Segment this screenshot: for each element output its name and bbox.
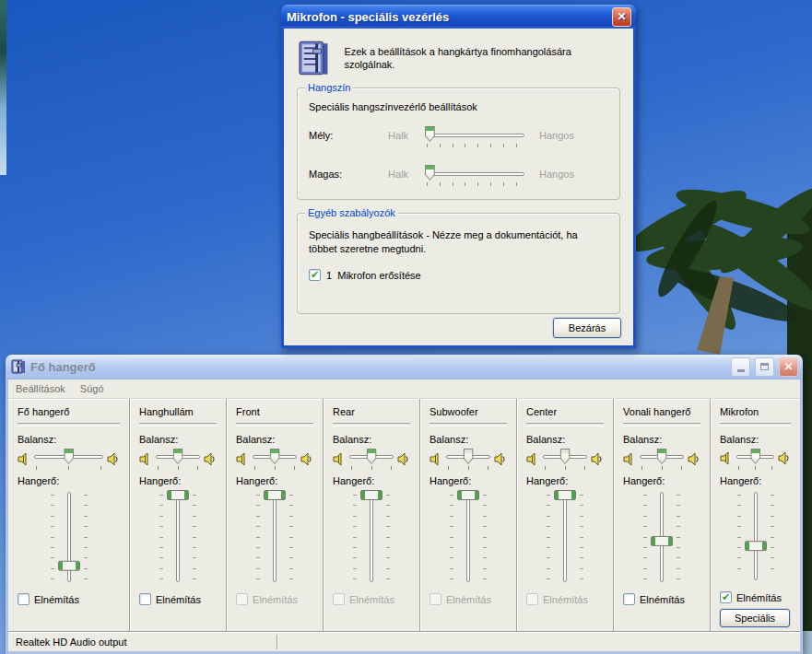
balance-thumb[interactable] [173,449,183,464]
treble-slider[interactable] [423,164,526,186]
mute-checkbox[interactable] [333,593,345,605]
close-dialog-button[interactable]: Bezárás [553,318,621,338]
mixer-titlebar[interactable]: Fő hangerő ✕ [6,355,803,380]
volume-slider[interactable] [346,490,397,584]
volume-track [273,492,277,582]
volume-slider[interactable] [249,490,300,584]
balance-ticks [641,466,682,470]
speaker-quiet-icon [720,451,733,465]
bass-slider[interactable] [423,125,526,147]
volume-thumb[interactable] [360,490,382,500]
channel-area: Fő hangerő Balansz: Hangerő: [8,399,800,631]
volume-slider[interactable] [730,490,782,582]
mute-checkbox[interactable] [18,593,29,605]
balance-ticks [158,466,198,470]
close-icon[interactable]: ✕ [612,7,631,27]
volume-label: Hangerő: [139,475,217,486]
balance-thumb[interactable] [464,449,474,464]
volume-slider[interactable] [152,490,204,584]
channel-column: Front Balansz: Hangerő: [226,399,323,631]
mute-checkbox[interactable] [526,593,538,605]
balance-slider[interactable] [347,448,395,470]
balance-thumb[interactable] [560,449,571,464]
volume-label: Hangerő: [720,475,791,486]
channel-column: Fő hangerő Balansz: Hangerő: [8,399,129,631]
dialog-titlebar[interactable]: Mikrofon - speciális vezérlés ✕ [281,5,636,29]
speaker-quiet-icon [18,452,30,466]
statusbar-text: Realtek HD Audio output [16,636,126,648]
volume-thumb[interactable] [745,541,767,551]
volume-track [754,492,758,580]
speaker-loud-icon [204,452,217,466]
channel-title: Subwoofer [430,406,507,419]
volume-slider[interactable] [442,490,494,584]
channel-title-divider [720,423,791,426]
balance-slider[interactable] [735,448,776,470]
tone-groupbox: Hangszín Speciális hangszínvezérlő beáll… [297,88,620,200]
balance-thumb[interactable] [750,449,760,464]
balance-slider[interactable] [154,448,202,470]
advanced-button[interactable]: Speciális [720,609,790,627]
minimize-icon[interactable] [731,357,750,377]
channel-column: Hanghullám Balansz: Hangerő: [129,399,226,631]
maximize-icon[interactable] [755,357,774,377]
balance-label: Balansz: [236,434,313,445]
volume-thumb[interactable] [457,490,479,500]
balance-slider[interactable] [541,448,589,470]
volume-slider[interactable] [539,490,591,584]
volume-thumb[interactable] [264,490,286,500]
mute-checkbox[interactable] [236,593,248,605]
mute-row: Elnémítás [623,593,700,605]
channel-title-divider [333,423,410,426]
volume-thumb[interactable] [651,536,673,546]
mixer-dialog-icon [297,38,331,78]
balance-slider[interactable] [444,448,492,470]
speaker-quiet-icon [430,452,442,466]
channel-title-divider [18,423,120,426]
balance-thumb[interactable] [270,449,280,464]
mute-checkbox[interactable] [623,593,635,605]
channel-title-divider [139,423,217,426]
volume-ticks-left [159,495,163,579]
channel-title: Vonali hangerő [623,406,700,419]
balance-slider[interactable] [251,448,299,470]
close-icon[interactable]: ✕ [779,357,798,377]
mute-checkbox[interactable] [720,591,732,603]
mute-checkbox[interactable] [430,593,441,605]
other-group-text: Speciális hangbeállítások - Nézze meg a … [309,228,608,256]
volume-ticks-left [51,495,54,579]
menu-item-help[interactable]: Súgó [80,383,104,394]
volume-slider[interactable] [636,490,688,584]
menu-item-settings[interactable]: Beállítások [16,383,65,394]
bass-slider-track [425,134,524,137]
channel-title-divider [623,423,700,426]
volume-thumb[interactable] [58,560,80,570]
volume-slider[interactable] [43,490,95,584]
volume-thumb[interactable] [167,490,189,500]
mute-row: Elnémítás [526,593,604,605]
mic-boost-checkbox[interactable] [309,269,321,281]
volume-track [466,492,470,582]
volume-thumb[interactable] [554,490,576,500]
channel-title: Mikrofon [720,406,791,419]
mute-label: Elnémítás [543,594,588,605]
balance-thumb[interactable] [64,449,74,464]
channel-title: Rear [333,406,410,419]
volume-track [370,492,373,582]
balance-ticks [351,466,392,470]
volume-ticks-left [737,495,741,578]
bass-quiet-label: Halk [388,130,423,141]
balance-slider[interactable] [32,448,105,470]
balance-thumb[interactable] [657,449,667,464]
mute-checkbox[interactable] [139,593,151,605]
balance-slider[interactable] [638,448,686,470]
bass-slider-ticks [427,144,523,147]
balance-label: Balansz: [526,434,604,445]
tone-group-subtitle: Speciális hangszínvezérlő beállítások [309,101,608,112]
tone-thumb[interactable] [425,126,435,142]
balance-thumb[interactable] [367,449,377,464]
mic-boost-label: 1 Mikrofon erősítése [326,270,421,281]
channel-column: Center Balansz: Hangerő: [516,399,613,631]
statusbar-divider [277,635,278,649]
tone-thumb[interactable] [425,165,435,181]
